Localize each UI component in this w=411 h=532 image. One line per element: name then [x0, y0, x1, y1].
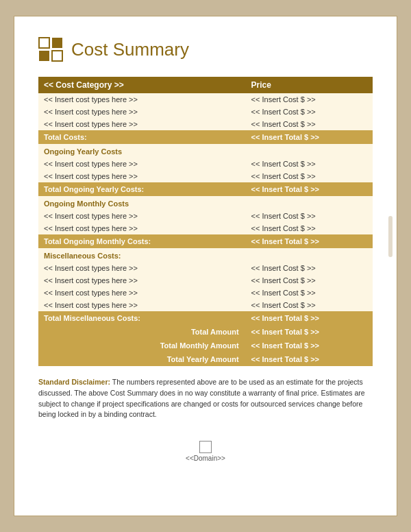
page-footer: <<Domain>> [38, 441, 373, 462]
disclaimer-section: Standard Disclaimer: The numbers represe… [38, 377, 373, 420]
cost-price-cell[interactable]: << Insert Cost $ >> [246, 262, 373, 274]
footer-icon [199, 441, 212, 453]
category-column-header: << Cost Category >> [38, 77, 246, 93]
summary-total-amount-row: Total Amount << Insert Total $ >> [38, 325, 373, 339]
section-header-label: Miscellaneous Costs: [38, 248, 373, 262]
cost-price-cell[interactable]: << Insert Cost $ >> [246, 106, 373, 118]
total-yearly-label[interactable]: Total Ongoing Yearly Costs: [38, 182, 246, 196]
section-header-row: Ongoing Monthly Costs [38, 196, 373, 210]
cost-price-cell[interactable]: << Insert Cost $ >> [246, 222, 373, 234]
cost-price-cell[interactable]: << Insert Cost $ >> [246, 210, 373, 222]
svg-rect-2 [39, 51, 49, 61]
total-costs-label[interactable]: Total Costs: [38, 130, 246, 144]
summary-monthly-label[interactable]: Total Monthly Amount [38, 339, 246, 352]
scrollbar[interactable] [388, 216, 393, 257]
cost-category-cell[interactable]: << Insert cost types here >> [38, 222, 246, 234]
total-yearly-value[interactable]: << Insert Total $ >> [246, 182, 373, 196]
table-row: << Insert cost types here >> << Insert C… [38, 287, 373, 299]
cost-category-cell[interactable]: << Insert cost types here >> [38, 262, 246, 274]
total-monthly-value[interactable]: << Insert Total $ >> [246, 234, 373, 248]
total-misc-label[interactable]: Total Miscellaneous Costs: [38, 311, 246, 325]
table-header-row: << Cost Category >> Price [38, 77, 373, 93]
summary-yearly-value[interactable]: << Insert Total $ >> [246, 352, 373, 366]
svg-rect-3 [52, 51, 62, 61]
table-row: << Insert cost types here >> << Insert C… [38, 93, 373, 106]
table-row: << Insert cost types here >> << Insert C… [38, 158, 373, 170]
cost-price-cell[interactable]: << Insert Cost $ >> [246, 274, 373, 287]
total-misc-value[interactable]: << Insert Total $ >> [246, 311, 373, 325]
cost-price-cell[interactable]: << Insert Cost $ >> [246, 299, 373, 311]
svg-rect-0 [39, 38, 49, 48]
total-misc-row: Total Miscellaneous Costs: << Insert Tot… [38, 311, 373, 325]
total-costs-value[interactable]: << Insert Total $ >> [246, 130, 373, 144]
cost-category-cell[interactable]: << Insert cost types here >> [38, 106, 246, 118]
summary-yearly-label[interactable]: Total Yearly Amount [38, 352, 246, 366]
cost-category-cell[interactable]: << Insert cost types here >> [38, 93, 246, 106]
section-header-label: Ongoing Monthly Costs [38, 196, 373, 210]
cost-price-cell[interactable]: << Insert Cost $ >> [246, 158, 373, 170]
svg-rect-1 [52, 38, 62, 48]
page: Cost Summary << Cost Category >> Price <… [14, 16, 397, 516]
section-header-row: Ongoing Yearly Costs [38, 144, 373, 158]
cost-category-cell[interactable]: << Insert cost types here >> [38, 158, 246, 170]
page-header: Cost Summary [38, 37, 373, 62]
total-monthly-row: Total Ongoing Monthly Costs: << Insert T… [38, 234, 373, 248]
section-header-label: Ongoing Yearly Costs [38, 144, 373, 158]
cost-category-cell[interactable]: << Insert cost types here >> [38, 299, 246, 311]
total-costs-row: Total Costs: << Insert Total $ >> [38, 130, 373, 144]
cost-price-cell[interactable]: << Insert Cost $ >> [246, 287, 373, 299]
table-row: << Insert cost types here >> << Insert C… [38, 274, 373, 287]
summary-monthly-value[interactable]: << Insert Total $ >> [246, 339, 373, 352]
table-row: << Insert cost types here >> << Insert C… [38, 106, 373, 118]
cost-category-cell[interactable]: << Insert cost types here >> [38, 170, 246, 182]
page-title: Cost Summary [71, 39, 189, 60]
price-column-header: Price [246, 77, 373, 93]
table-row: << Insert cost types here >> << Insert C… [38, 170, 373, 182]
cost-category-cell[interactable]: << Insert cost types here >> [38, 118, 246, 130]
cost-table: << Cost Category >> Price << Insert cost… [38, 77, 373, 366]
table-row: << Insert cost types here >> << Insert C… [38, 299, 373, 311]
cost-price-cell[interactable]: << Insert Cost $ >> [246, 118, 373, 130]
total-yearly-row: Total Ongoing Yearly Costs: << Insert To… [38, 182, 373, 196]
summary-total-label[interactable]: Total Amount [38, 325, 246, 339]
table-row: << Insert cost types here >> << Insert C… [38, 118, 373, 130]
cost-category-cell[interactable]: << Insert cost types here >> [38, 274, 246, 287]
table-row: << Insert cost types here >> << Insert C… [38, 210, 373, 222]
cost-price-cell[interactable]: << Insert Cost $ >> [246, 93, 373, 106]
summary-total-value[interactable]: << Insert Total $ >> [246, 325, 373, 339]
section-header-row: Miscellaneous Costs: [38, 248, 373, 262]
footer-label: <<Domain>> [186, 455, 225, 462]
cost-price-cell[interactable]: << Insert Cost $ >> [246, 170, 373, 182]
table-row: << Insert cost types here >> << Insert C… [38, 262, 373, 274]
total-monthly-label[interactable]: Total Ongoing Monthly Costs: [38, 234, 246, 248]
cost-category-cell[interactable]: << Insert cost types here >> [38, 210, 246, 222]
disclaimer-label: Standard Disclaimer: [38, 378, 110, 386]
table-row: << Insert cost types here >> << Insert C… [38, 222, 373, 234]
cost-category-cell[interactable]: << Insert cost types here >> [38, 287, 246, 299]
summary-monthly-row: Total Monthly Amount << Insert Total $ >… [38, 339, 373, 352]
summary-yearly-row: Total Yearly Amount << Insert Total $ >> [38, 352, 373, 366]
cost-summary-icon [38, 37, 63, 62]
